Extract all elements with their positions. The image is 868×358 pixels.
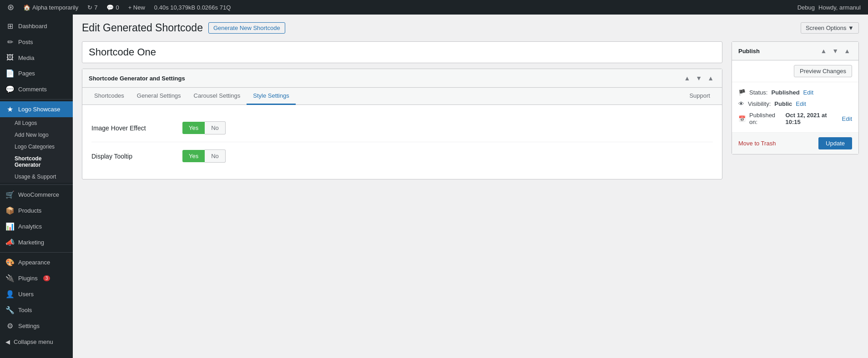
- pages-icon: 📄: [5, 69, 15, 78]
- sidebar-label-settings: Settings: [18, 323, 40, 329]
- new-content-item[interactable]: + New: [125, 4, 149, 11]
- publish-panel: Publish ▲ ▼ ▲ Preview Changes 🏴: [732, 41, 859, 179]
- image-hover-effect-row: Image Hover Effect Yes No: [91, 114, 713, 142]
- main-content: Edit Generated Shortcode Generate New Sh…: [73, 15, 868, 358]
- appearance-icon: 🎨: [5, 258, 15, 267]
- status-edit-link[interactable]: Edit: [803, 89, 813, 96]
- sidebar-item-media[interactable]: 🖼 Media: [0, 50, 73, 65]
- sidebar-item-marketing[interactable]: 📣 Marketing: [0, 234, 73, 250]
- new-label: + New: [128, 4, 145, 11]
- tab-shortcodes[interactable]: Shortcodes: [88, 88, 131, 105]
- sidebar: ⊞ Dashboard ✏ Posts 🖼 Media 📄 Pages 💬 Co…: [0, 15, 73, 358]
- generate-shortcode-button[interactable]: Generate New Shortcode: [208, 22, 285, 34]
- publish-close-button[interactable]: ▲: [842, 46, 852, 55]
- submenu-add-new-logo[interactable]: Add New logo: [5, 129, 73, 141]
- settings-icon: ⚙: [5, 322, 15, 330]
- image-hover-effect-label: Image Hover Effect: [91, 124, 182, 132]
- image-hover-no-button[interactable]: No: [205, 121, 226, 134]
- sidebar-item-tools[interactable]: 🔧 Tools: [0, 302, 73, 318]
- sidebar-item-users[interactable]: 👤 Users: [0, 286, 73, 302]
- page-header: Edit Generated Shortcode Generate New Sh…: [82, 22, 859, 34]
- sidebar-label-plugins: Plugins: [18, 275, 38, 282]
- sidebar-label-pages: Pages: [18, 70, 35, 77]
- publish-collapse-down-button[interactable]: ▼: [830, 46, 840, 55]
- style-settings-content: Image Hover Effect Yes No Display Toolti…: [82, 105, 722, 179]
- products-icon: 📦: [5, 206, 15, 215]
- settings-box: Shortcode Generator and Settings ▲ ▼ ▲ S…: [82, 69, 722, 179]
- tab-carousel-settings[interactable]: Carousel Settings: [187, 88, 247, 105]
- sidebar-label-media: Media: [18, 55, 34, 61]
- home-icon: 🏠: [23, 4, 30, 11]
- shortcode-title-input[interactable]: [82, 41, 722, 63]
- visibility-edit-link[interactable]: Edit: [796, 100, 806, 107]
- sidebar-item-pages[interactable]: 📄 Pages: [0, 65, 73, 81]
- image-hover-effect-toggle: Yes No: [182, 121, 226, 134]
- status-label: Status:: [749, 89, 767, 96]
- visibility-label: Visibility:: [748, 100, 771, 107]
- display-tooltip-no-button[interactable]: No: [205, 149, 226, 163]
- publish-meta: 🏴 Status: Published Edit 👁 Visibility: P…: [732, 82, 858, 132]
- publish-collapse-up-button[interactable]: ▲: [818, 46, 828, 55]
- publish-visibility-row: 👁 Visibility: Public Edit: [738, 98, 852, 109]
- publish-box: Publish ▲ ▼ ▲ Preview Changes 🏴: [732, 41, 859, 154]
- submenu-all-logos[interactable]: All Logos: [5, 117, 73, 129]
- flag-icon: 🏴: [738, 89, 746, 96]
- published-edit-link[interactable]: Edit: [842, 115, 852, 122]
- howdy-label[interactable]: Howdy, armanul: [818, 4, 861, 11]
- sidebar-label-tools: Tools: [18, 307, 32, 313]
- tab-style-settings[interactable]: Style Settings: [247, 88, 296, 105]
- move-to-trash-button[interactable]: Move to Trash: [738, 140, 776, 147]
- updates-item[interactable]: ↻ 7: [84, 4, 101, 11]
- tabs-nav: Shortcodes General Settings Carousel Set…: [82, 88, 722, 105]
- preview-changes-button[interactable]: Preview Changes: [794, 65, 852, 77]
- calendar-icon: 📅: [738, 115, 746, 122]
- wp-logo-item[interactable]: ⊛: [4, 2, 18, 12]
- sidebar-item-analytics[interactable]: 📊 Analytics: [0, 219, 73, 234]
- debug-label[interactable]: Debug: [797, 4, 815, 11]
- stats-item: 0.40s 10,379kB 0.0266s 71Q: [151, 4, 234, 11]
- sidebar-label-dashboard: Dashboard: [18, 23, 47, 30]
- comments-item[interactable]: 💬 0: [103, 4, 122, 11]
- settings-box-header: Shortcode Generator and Settings ▲ ▼ ▲: [82, 69, 722, 88]
- sidebar-item-appearance[interactable]: 🎨 Appearance: [0, 254, 73, 270]
- tab-support[interactable]: Support: [683, 88, 717, 105]
- sidebar-label-marketing: Marketing: [18, 239, 44, 246]
- site-name: Alpha temporarily: [32, 4, 78, 11]
- display-tooltip-yes-button[interactable]: Yes: [182, 150, 205, 162]
- main-panel: Shortcode Generator and Settings ▲ ▼ ▲ S…: [82, 41, 722, 179]
- collapse-icon: ◀: [5, 338, 10, 345]
- image-hover-yes-button[interactable]: Yes: [182, 122, 205, 134]
- status-value: Published: [771, 89, 799, 96]
- tab-general-settings[interactable]: General Settings: [131, 88, 187, 105]
- sidebar-item-posts[interactable]: ✏ Posts: [0, 34, 73, 50]
- close-box-button[interactable]: ▲: [706, 74, 716, 83]
- screen-options-button[interactable]: Screen Options ▼: [801, 22, 859, 34]
- sidebar-item-plugins[interactable]: 🔌 Plugins 3: [0, 270, 73, 286]
- sidebar-item-woocommerce[interactable]: 🛒 WooCommerce: [0, 187, 73, 203]
- site-name-item[interactable]: 🏠 Alpha temporarily: [20, 4, 82, 11]
- submenu-shortcode-generator[interactable]: Shortcode Generator: [5, 153, 73, 171]
- update-button[interactable]: Update: [818, 137, 852, 149]
- comments-sidebar-icon: 💬: [5, 85, 15, 94]
- submenu-logo-categories[interactable]: Logo Categories: [5, 141, 73, 153]
- users-icon: 👤: [5, 290, 15, 298]
- sidebar-label-posts: Posts: [18, 39, 33, 45]
- settings-box-controls: ▲ ▼ ▲: [682, 74, 716, 83]
- visibility-value: Public: [774, 100, 792, 107]
- publish-actions-top: Preview Changes: [732, 60, 858, 82]
- published-value: Oct 12, 2021 at 10:15: [786, 112, 838, 125]
- marketing-icon: 📣: [5, 238, 15, 247]
- sidebar-label-woocommerce: WooCommerce: [18, 191, 59, 198]
- published-label: Published on:: [749, 112, 782, 125]
- dashboard-icon: ⊞: [5, 22, 15, 30]
- collapse-up-button[interactable]: ▲: [682, 74, 692, 83]
- collapse-down-button[interactable]: ▼: [694, 74, 704, 83]
- sidebar-item-dashboard[interactable]: ⊞ Dashboard: [0, 18, 73, 34]
- submenu-usage-support[interactable]: Usage & Support: [5, 171, 73, 183]
- collapse-menu-button[interactable]: ◀ Collapse menu: [0, 334, 73, 350]
- sidebar-item-logo-showcase[interactable]: ★ Logo Showcase: [0, 101, 73, 117]
- sidebar-item-products[interactable]: 📦 Products: [0, 203, 73, 219]
- eye-icon: 👁: [738, 100, 744, 107]
- sidebar-item-settings[interactable]: ⚙ Settings: [0, 318, 73, 334]
- sidebar-item-comments[interactable]: 💬 Comments: [0, 81, 73, 97]
